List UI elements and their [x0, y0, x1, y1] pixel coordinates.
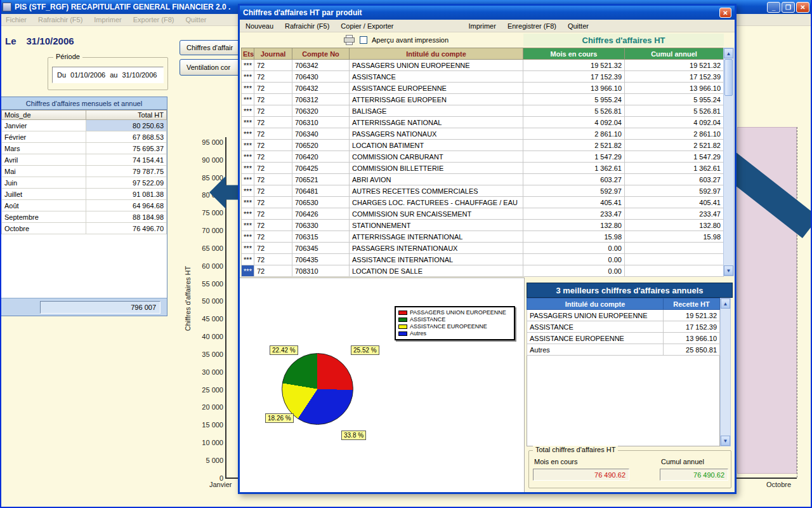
table-row[interactable]: ***72706435ASSISTANCE INTERNATIONAL0.00	[242, 254, 724, 265]
dialog-chiffres-par-produit: Chiffres d'affaires HT par produit ✕ Nou…	[238, 4, 737, 494]
table-row[interactable]: ASSISTANCE EUROPEENNE13 966.10	[527, 333, 720, 344]
table-row[interactable]: ***72706521ABRI AVION603.27603.27	[242, 174, 724, 185]
desktop: PIS (STF_RGF) RECAPITULATIF GENERAL FINA…	[0, 0, 812, 508]
dialog-titlebar[interactable]: Chiffres d'affaires HT par produit ✕	[240, 6, 735, 20]
table-row[interactable]: ASSISTANCE17 152.39	[527, 321, 720, 333]
preview-checkbox[interactable]	[360, 36, 367, 44]
column-header-recette-ht[interactable]: Recette HT	[664, 298, 720, 310]
column-header-intitule[interactable]: Intitulé du compte	[527, 298, 664, 310]
table-row[interactable]: Janvier80 250.63	[2, 120, 167, 131]
table-row[interactable]: Mai79 787.75	[2, 166, 167, 177]
table-row[interactable]: ***72706340PASSAGERS NATIONAUX2 861.102 …	[242, 128, 724, 140]
table-row[interactable]: ***72706330STATIONNEMENT132.80132.80	[242, 220, 724, 231]
date-label: Le	[5, 36, 16, 46]
pie-label-autres: 33.8 %	[341, 431, 366, 440]
cell-intitule: BALISAGE	[350, 105, 523, 117]
table-row[interactable]: ***72706481AUTRES RECETTES COMMERCIALES5…	[242, 185, 724, 197]
table-row[interactable]: ***72708310LOCATION DE SALLE0.00	[242, 265, 724, 277]
cell-ets: ***	[242, 60, 254, 71]
menu-item[interactable]: Enregistrer (F8)	[502, 22, 562, 30]
periode-title: Période	[53, 53, 82, 60]
chart-border-dashed	[797, 127, 797, 478]
menu-item[interactable]: Imprimer	[88, 16, 127, 23]
cell-cumul: 405.41	[625, 197, 724, 208]
cell-compte: 706312	[292, 94, 350, 105]
table-row[interactable]: ***72706530CHARGES LOC. FACTUREES - CHAU…	[242, 197, 724, 208]
table-row[interactable]: ***72706342PASSAGERS UNION EUROPEENNE19 …	[242, 60, 724, 71]
scroll-up-icon[interactable]: ▲	[721, 298, 730, 309]
cell-journal: 72	[254, 185, 292, 197]
scrollbar-thumb[interactable]	[724, 59, 733, 96]
table-row[interactable]: Juin97 522.09	[2, 177, 167, 189]
table-row[interactable]: ***72706520LOCATION BATIMENT2 521.822 52…	[242, 140, 724, 151]
total-cumul-value: 76 490.62	[660, 469, 728, 481]
menu-item[interactable]: Fichier	[0, 16, 32, 23]
dialog-close-button[interactable]: ✕	[719, 8, 731, 18]
scroll-up-icon[interactable]: ▲	[724, 48, 733, 58]
table-row[interactable]: PASSAGERS UNION EUROPEENNE19 521.32	[527, 310, 720, 321]
cell-mois: Janvier	[2, 120, 86, 131]
column-header-compte-no[interactable]: Compte No	[292, 48, 350, 60]
table-row[interactable]: Octobre76 496.70	[2, 223, 167, 234]
menu-item[interactable]: Quitter	[180, 16, 213, 23]
table-row[interactable]: ***72706430ASSISTANCE17 152.3917 152.39	[242, 71, 724, 83]
table-row[interactable]: Avril74 154.41	[2, 154, 167, 166]
table-row[interactable]: Mars75 695.37	[2, 143, 167, 154]
y-tick-label: 45 000	[202, 315, 223, 323]
total-cumul-label: Cumul annuel	[661, 458, 704, 465]
report-date: Le 31/10/2006	[5, 36, 74, 46]
periode-range: Du 01/10/2006 au 31/10/2006	[52, 67, 164, 83]
table-row[interactable]: ***72706345PASSAGERS INTERNATIONAUX0.00	[242, 243, 724, 254]
menu-item[interactable]: Nouveau	[240, 22, 279, 30]
table-row[interactable]: ***72706432ASSISTANCE EUROPEENNE13 966.1…	[242, 83, 724, 94]
menu-item[interactable]: Imprimer	[463, 22, 502, 30]
printer-icon[interactable]	[344, 35, 355, 45]
pie-label-passagers: 25.52 %	[351, 345, 379, 355]
column-header-mois-en-cours[interactable]: Mois en cours	[523, 48, 625, 60]
table-row[interactable]: ***72706420COMMISSION CARBURANT1 547.291…	[242, 151, 724, 163]
cell-cumul: 17 152.39	[625, 71, 724, 83]
cell-cumul: 4 092.04	[625, 117, 724, 128]
menu-item[interactable]: Quitter	[562, 22, 594, 30]
top3-scrollbar[interactable]: ▲ ▼	[720, 298, 731, 446]
column-header-ets[interactable]: Ets	[242, 48, 254, 60]
table-row[interactable]: ***72706320BALISAGE5 526.815 526.81	[242, 105, 724, 117]
table-row[interactable]: ***72706310ATTERRISSAGE NATIONAL4 092.04…	[242, 117, 724, 128]
table-row[interactable]: Juillet91 081.38	[2, 189, 167, 200]
table-row[interactable]: ***72706312ATTERRISSAGE EUROPEEN5 955.24…	[242, 94, 724, 105]
maximize-button[interactable]: ❐	[782, 2, 795, 13]
products-header-row: Ets Journal Compte No Intitulé du compte…	[242, 48, 724, 60]
close-button[interactable]: ✕	[796, 2, 809, 13]
menu-item[interactable]: Copier / Exporter	[335, 22, 399, 30]
column-header-journal[interactable]: Journal	[254, 48, 292, 60]
monthly-table: Mois_de Total HT Janvier80 250.63Février…	[1, 110, 167, 234]
table-row[interactable]: Autres25 850.81	[527, 344, 720, 356]
minimize-button[interactable]: _	[767, 2, 780, 13]
column-header-total-ht[interactable]: Total HT	[86, 110, 167, 120]
products-table-scrollbar[interactable]: ▲ ▼	[723, 48, 734, 276]
cell-intitule: ASSISTANCE EUROPEENNE	[527, 333, 664, 344]
cell-mois: 5 955.24	[523, 94, 625, 105]
cell-journal: 72	[254, 71, 292, 83]
cell-journal: 72	[254, 243, 292, 254]
table-row[interactable]: Août64 964.68	[2, 200, 167, 211]
table-row[interactable]: Septembre88 184.98	[2, 211, 167, 223]
table-row[interactable]: ***72706426COMMISSION SUR ENCAISSEMENT23…	[242, 208, 724, 220]
annual-total-field: 796 007	[40, 301, 160, 314]
cell-mois: 405.41	[523, 197, 625, 208]
dialog-menu-left: NouveauRafraichir (F5)Copier / Exporter	[240, 22, 400, 30]
scroll-down-icon[interactable]: ▼	[721, 436, 730, 446]
column-header-intitule[interactable]: Intitulé du compte	[350, 48, 523, 60]
scroll-down-icon[interactable]: ▼	[724, 265, 733, 276]
column-header-cumul-annuel[interactable]: Cumul annuel	[625, 48, 724, 60]
column-header-mois-de[interactable]: Mois_de	[2, 110, 86, 120]
menu-item[interactable]: Exporter (F8)	[128, 16, 180, 23]
table-row[interactable]: ***72706425COMMISSION BILLETTERIE1 362.6…	[242, 163, 724, 174]
cell-ets: ***	[242, 243, 254, 254]
table-row[interactable]: Février67 868.53	[2, 131, 167, 143]
table-row[interactable]: ***72706315ATTERRISSAGE INTERNATIONAL15.…	[242, 231, 724, 243]
menu-item[interactable]: Rafraichir (F5)	[32, 16, 88, 23]
cell-mois: 15.98	[523, 231, 625, 243]
menu-item[interactable]: Rafraichir (F5)	[279, 22, 335, 30]
cell-ets: ***	[242, 208, 254, 220]
